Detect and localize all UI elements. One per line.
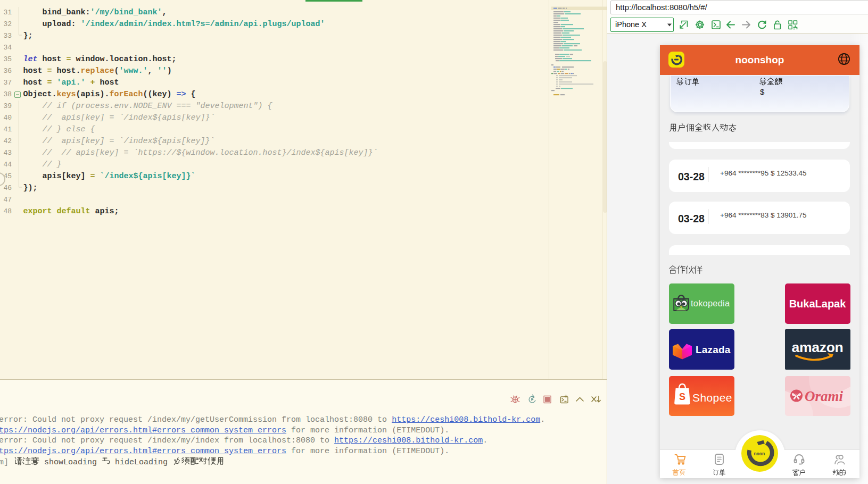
svg-text:noon: noon xyxy=(754,451,765,456)
svg-text:Lazada: Lazada xyxy=(696,344,731,355)
svg-text:BukaLapak: BukaLapak xyxy=(789,298,847,310)
svg-text:Orami: Orami xyxy=(805,388,844,404)
svg-text:amazon: amazon xyxy=(792,339,844,355)
svg-text:S: S xyxy=(679,391,685,402)
svg-text:tokopedia: tokopedia xyxy=(691,298,730,308)
svg-text:Shopee: Shopee xyxy=(692,391,732,404)
